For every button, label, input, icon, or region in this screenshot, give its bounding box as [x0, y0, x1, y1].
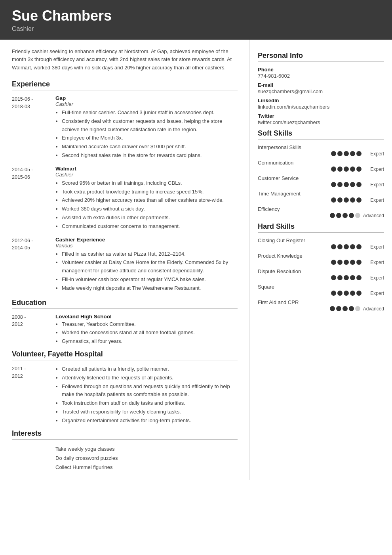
education-section: Education 2008 - 2012 Loveland High Scho…	[12, 299, 238, 346]
filled-dot	[344, 244, 349, 249]
skill-name: Product Knowledge	[258, 253, 384, 259]
exp-bullet: Took extra product knowledge training to…	[62, 188, 238, 196]
skill-row: First Aid and CPRAdvanced	[258, 299, 384, 312]
exp-content: Cashier Experience Various Filled in as …	[55, 237, 238, 293]
filled-dot	[331, 291, 336, 296]
filled-dot	[337, 151, 343, 156]
skill-row: Customer ServiceExpert	[258, 175, 384, 188]
skill-row: Dispute ResolutionExpert	[258, 268, 384, 281]
filled-dot	[344, 151, 349, 156]
vol-bullet: Greeted all patients in a friendly, poli…	[62, 365, 238, 373]
exp-bullet: Worked 380 days without a sick day.	[62, 205, 238, 213]
hard-skills-title: Hard Skills	[258, 222, 384, 233]
exp-bullet: Employee of the Month 3x.	[62, 134, 238, 142]
experience-item: 2015-06 - 2018-03 Gap Cashier Full-time …	[12, 95, 238, 160]
filled-dot	[344, 166, 349, 172]
exp-bullet: Fill-in volunteer cash box operator at r…	[62, 276, 238, 284]
skill-dots: Expert	[258, 275, 384, 281]
vol-bullet: Trusted with responsibility for weekly c…	[62, 408, 238, 416]
volunteer-item: 2011 - 2012 Greeted all patients in a fr…	[12, 365, 238, 425]
filled-dot	[343, 213, 348, 218]
exp-bullets: Scored 95% or better in all trainings, i…	[55, 179, 238, 231]
skill-level: Expert	[364, 260, 384, 265]
exp-bullet: Communicated customer concerns to manage…	[62, 222, 238, 231]
info-label: Twitter	[258, 113, 384, 119]
volunteer-title: Volunteer, Fayette Hospital	[12, 350, 238, 360]
exp-bullet: Filled in as cashier as waiter at Pizza …	[62, 250, 238, 258]
filled-dot	[336, 213, 341, 218]
skill-dots: Expert	[258, 260, 384, 265]
vol-bullet: Organized entertainment activities for l…	[62, 417, 238, 425]
info-value: 774-981-6002	[258, 73, 384, 79]
filled-dot	[356, 260, 362, 265]
exp-bullets: Filled in as cashier as waiter at Pizza …	[55, 250, 238, 293]
filled-dot	[356, 197, 362, 203]
exp-bullet: Volunteer cashier at Daisy Care Home for…	[62, 258, 238, 275]
volunteer-section: Volunteer, Fayette Hospital 2011 - 2012 …	[12, 350, 238, 425]
skill-row: Product KnowledgeExpert	[258, 253, 384, 265]
skill-row: Time ManagementExpert	[258, 191, 384, 203]
hard-skills-section: Hard Skills Closing Out RegisterExpertPr…	[258, 222, 384, 312]
skill-level: Expert	[364, 182, 384, 188]
vol-content: Greeted all patients in a friendly, poli…	[55, 365, 238, 425]
filled-dot	[356, 151, 362, 156]
interest-item: Do daily crossword puzzles	[55, 454, 238, 463]
vol-bullet: Followed through on questions and reques…	[62, 383, 238, 399]
filled-dot	[331, 182, 336, 187]
skill-dots: Expert	[258, 166, 384, 172]
exp-role: Various	[55, 243, 238, 249]
skill-row: EfficiencyAdvanced	[258, 206, 384, 218]
edu-dates: 2008 - 2012	[12, 314, 55, 346]
skill-dots: Expert	[258, 291, 384, 296]
experience-title: Experience	[12, 80, 238, 90]
education-title: Education	[12, 299, 238, 309]
skill-level: Expert	[364, 275, 384, 281]
skill-name: Communication	[258, 160, 384, 166]
vol-bullets: Greeted all patients in a friendly, poli…	[55, 365, 238, 425]
exp-bullet: Achieved 20% higher accuracy rates than …	[62, 196, 238, 205]
filled-dot	[349, 306, 354, 311]
filled-dot	[330, 213, 335, 218]
vol-bullet: Attentively listened to the requests of …	[62, 374, 238, 382]
filled-dot	[331, 151, 336, 156]
filled-dot	[350, 275, 355, 280]
skill-row: SquareExpert	[258, 284, 384, 296]
personal-info-section: Personal Info Phone774-981-6002E-mailsue…	[258, 52, 384, 125]
filled-dot	[331, 275, 336, 280]
skill-dots: Expert	[258, 151, 384, 157]
exp-role: Cashier	[55, 101, 238, 107]
filled-dot	[344, 182, 349, 187]
skill-name: Square	[258, 284, 384, 290]
exp-dates: 2014-05 - 2015-06	[12, 166, 55, 231]
edu-bullet: Gymnastics, all four years.	[62, 337, 238, 346]
experience-item: 2012-06 - 2014-05 Cashier Experience Var…	[12, 237, 238, 293]
exp-bullet: Consistently deal with customer requests…	[62, 117, 238, 134]
skill-row: CommunicationExpert	[258, 160, 384, 172]
skill-level: Expert	[364, 151, 384, 157]
exp-bullet: Full-time senior cashier. Coached 3 juni…	[62, 109, 238, 117]
filled-dot	[331, 244, 336, 249]
skill-row: Closing Out RegisterExpert	[258, 237, 384, 250]
education-item: 2008 - 2012 Loveland High School Treasur…	[12, 314, 238, 346]
filled-dot	[356, 275, 362, 280]
filled-dot	[350, 260, 355, 265]
skill-dots: Expert	[258, 182, 384, 188]
skill-level: Expert	[364, 291, 384, 296]
filled-dot	[337, 182, 343, 187]
exp-content: Walmart Cashier Scored 95% or better in …	[55, 166, 238, 231]
filled-dot	[349, 213, 354, 218]
filled-dot	[350, 166, 355, 172]
skill-name: Time Management	[258, 191, 384, 197]
exp-content: Gap Cashier Full-time senior cashier. Co…	[55, 95, 238, 160]
header-title: Cashier	[12, 25, 380, 33]
exp-bullets: Full-time senior cashier. Coached 3 juni…	[55, 109, 238, 160]
personal-info-title: Personal Info	[258, 52, 384, 62]
interests-title: Interests	[12, 429, 238, 440]
edu-bullets: Treasurer, Yearbook Committee.Worked the…	[55, 320, 238, 346]
empty-dot	[355, 306, 360, 311]
info-value: suezqchambers@gmail.com	[258, 88, 384, 94]
filled-dot	[337, 291, 343, 296]
info-label: LinkedIn	[258, 98, 384, 103]
exp-bullet: Maintained accurate cash drawer over $10…	[62, 143, 238, 151]
skill-name: Dispute Resolution	[258, 268, 384, 274]
